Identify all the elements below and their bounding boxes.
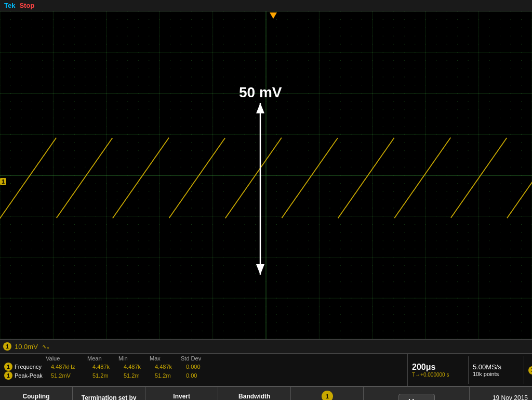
pk-min: 51.2m [124, 372, 155, 379]
coupling-label: Coupling [23, 393, 50, 400]
svg-marker-2 [256, 264, 264, 275]
label-ch-badge[interactable]: 1 [322, 391, 333, 401]
controls-bar: Coupling DC AC Termination set by TPP100… [0, 386, 532, 400]
freq-max: 4.487k [155, 364, 186, 370]
freq-value: 4.487kHz [51, 364, 92, 370]
timebase-info: 200μs T→+0.000000 s [412, 363, 464, 378]
more-button[interactable]: More [364, 387, 470, 400]
measurement-label: 50 mV [239, 84, 282, 101]
freq-ch-badge: 1 [4, 363, 12, 371]
meas-right-panel: 200μs T→+0.000000 s 5.00MS/s 10k points … [407, 354, 532, 386]
sample-rate-value: 5.00MS/s [473, 363, 520, 371]
label-button[interactable]: 1 Label [291, 387, 364, 400]
status-label: Stop [19, 2, 34, 9]
coupling-button[interactable]: Coupling DC AC [0, 387, 73, 400]
top-bar: Tek Stop [0, 0, 532, 11]
freq-mean: 4.487k [92, 364, 124, 370]
ch1-badge: 1 [3, 342, 11, 351]
meas-row-peakpeak: 1 Peak-Peak 51.2mV 51.2m 51.2m 51.2m 0.0… [4, 371, 403, 380]
invert-label: Invert [173, 393, 190, 400]
freq-min: 4.487k [124, 364, 155, 370]
pk-ch-badge: 1 [4, 371, 12, 380]
ch1-meas-right: 1 ♩ 14.6mV [528, 366, 532, 375]
ch1-right-badge: 1 [528, 366, 532, 375]
pk-mean: 51.2m [92, 372, 124, 379]
pk-label: Peak-Peak [15, 372, 51, 379]
freq-stddev: 0.000 [186, 364, 217, 370]
pk-max: 51.2m [155, 372, 186, 379]
datetime-display: 19 Nov 2015 23:37:26 [470, 387, 532, 400]
svg-marker-1 [256, 103, 264, 113]
termination-button[interactable]: Termination set by TPP1000 [73, 387, 145, 400]
timebase-value: 200μs [412, 363, 464, 372]
pk-value: 51.2mV [51, 372, 92, 379]
ch1-bw-symbol: ∿ₐ [42, 343, 49, 350]
brand-label: Tek [4, 2, 15, 9]
invert-button[interactable]: Invert On Off [145, 387, 218, 400]
date-display: 19 Nov 2015 [493, 394, 528, 401]
bandwidth-label: Bandwidth [238, 393, 270, 400]
meas-header: Value Mean Min Max Std Dev [4, 355, 403, 362]
ch1-scale: 10.0mV [15, 343, 38, 351]
trigger-arrow [270, 12, 277, 19]
ch1-info: 1 10.0mV ∿ₐ [3, 342, 49, 351]
termination-label: Termination set by [82, 394, 137, 400]
info-bar: 1 10.0mV ∿ₐ [0, 339, 532, 354]
measurement-annotation: 50 mV [239, 84, 282, 275]
more-btn-inner[interactable]: More [398, 394, 435, 401]
measurements-table: Value Mean Min Max Std Dev 1 Frequency 4… [0, 354, 532, 386]
freq-label: Frequency [15, 364, 51, 370]
sample-rate-info: 5.00MS/s 10k points [473, 363, 520, 377]
pk-stddev: 0.00 [186, 372, 217, 379]
measurement-arrow-svg [250, 103, 271, 275]
meas-row-frequency: 1 Frequency 4.487kHz 4.487k 4.487k 4.487… [4, 363, 403, 371]
oscilloscope-display: 50 mV 1 [0, 11, 532, 339]
trig-pos: T→+0.000000 s [412, 372, 464, 378]
meas-left-panel: Value Mean Min Max Std Dev 1 Frequency 4… [0, 354, 407, 386]
bandwidth-button[interactable]: Bandwidth 20MHz [218, 387, 291, 400]
ch1-ground-marker: 1 [0, 178, 6, 185]
record-length: 10k points [473, 371, 520, 377]
